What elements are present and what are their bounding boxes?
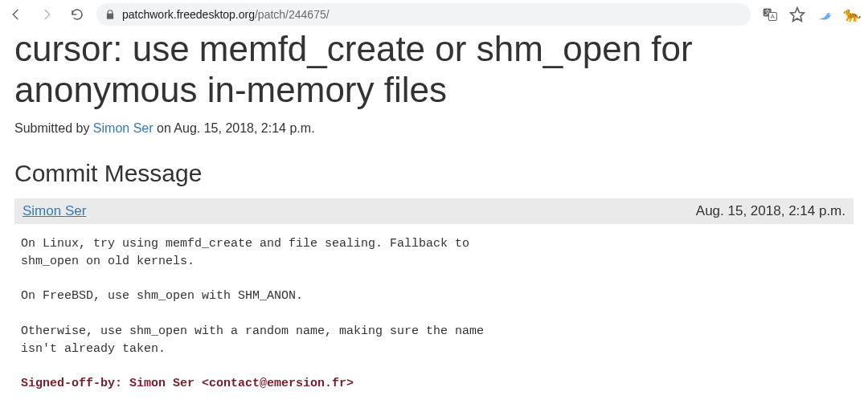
commit-message-body: On Linux, try using memfd_create and fil… bbox=[14, 232, 854, 396]
url-host: patchwork.freedesktop.org bbox=[122, 8, 255, 21]
back-button[interactable] bbox=[5, 3, 27, 26]
arrow-left-icon bbox=[9, 7, 23, 22]
url-path: /patch/244675/ bbox=[255, 8, 330, 21]
message-header: Simon Ser Aug. 15, 2018, 2:14 p.m. bbox=[14, 198, 854, 224]
translate-icon[interactable]: 文 A bbox=[762, 6, 778, 22]
message-date: Aug. 15, 2018, 2:14 p.m. bbox=[696, 203, 845, 219]
reload-button[interactable] bbox=[66, 3, 88, 26]
page-content: cursor: use memfd_create or shm_open for… bbox=[0, 29, 868, 396]
svg-text:A: A bbox=[771, 13, 775, 20]
arrow-right-icon bbox=[39, 7, 54, 22]
commit-body-text: On Linux, try using memfd_create and fil… bbox=[21, 237, 484, 356]
profile-avatar-icon[interactable]: 🐆 bbox=[844, 6, 860, 22]
lock-icon bbox=[104, 9, 116, 20]
url-text: patchwork.freedesktop.org/patch/244675/ bbox=[122, 8, 330, 21]
extension-bird-icon[interactable] bbox=[817, 6, 833, 22]
signed-off-line: Signed-off-by: Simon Ser <contact@emersi… bbox=[21, 377, 354, 390]
forward-button[interactable] bbox=[35, 3, 58, 26]
reload-icon bbox=[70, 7, 84, 22]
address-bar[interactable]: patchwork.freedesktop.org/patch/244675/ bbox=[96, 3, 751, 26]
svg-marker-4 bbox=[791, 8, 805, 22]
toolbar-right: 文 A 🐆 bbox=[762, 6, 860, 22]
submitted-author-link[interactable]: Simon Ser bbox=[93, 121, 154, 135]
bookmark-star-icon[interactable] bbox=[789, 6, 805, 22]
section-heading-commit-message: Commit Message bbox=[14, 160, 854, 187]
page-title: cursor: use memfd_create or shm_open for… bbox=[14, 29, 854, 110]
submitted-suffix: on Aug. 15, 2018, 2:14 p.m. bbox=[154, 121, 315, 135]
submitted-prefix: Submitted by bbox=[14, 121, 93, 135]
submitted-line: Submitted by Simon Ser on Aug. 15, 2018,… bbox=[14, 121, 854, 136]
message-author-link[interactable]: Simon Ser bbox=[23, 203, 86, 219]
browser-toolbar: patchwork.freedesktop.org/patch/244675/ … bbox=[0, 0, 868, 29]
